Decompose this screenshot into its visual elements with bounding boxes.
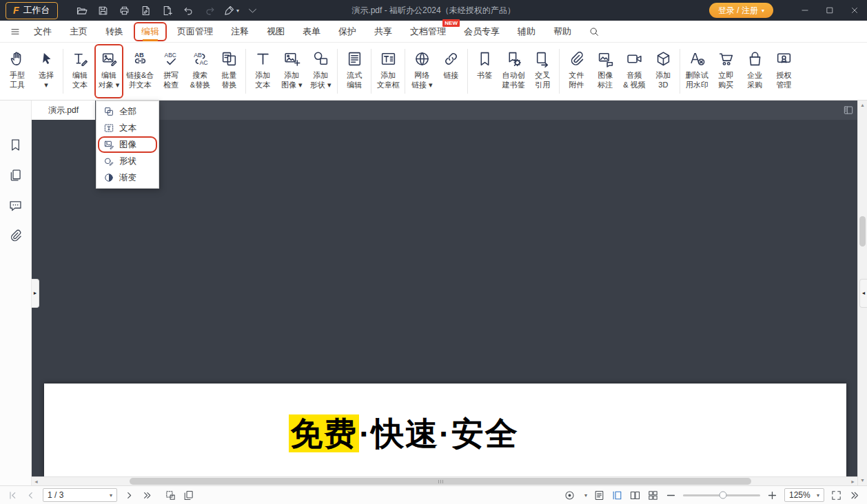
fit-screen-button[interactable]	[830, 490, 842, 501]
zoom-level-select[interactable]: 125%▾	[784, 488, 824, 502]
menu-item-page-manage[interactable]: 页面管理	[170, 22, 221, 41]
print-button[interactable]	[116, 2, 134, 19]
read-mode-button[interactable]	[593, 490, 605, 501]
ribbon-separator	[245, 49, 246, 94]
menu-item-home[interactable]: 主页	[62, 22, 95, 41]
undo-button[interactable]	[180, 2, 198, 19]
zoom-in-button[interactable]	[766, 490, 778, 501]
vertical-scroll-thumb[interactable]	[859, 216, 866, 246]
ribbon-auto-bookmark-button[interactable]: 自动创建书签	[499, 44, 528, 98]
edit-object-menu-item-gradient[interactable]: 渐变	[98, 169, 157, 186]
ribbon-flow-edit-button[interactable]: 流式编辑	[340, 44, 369, 98]
page-number-select[interactable]: 1 / 3▾	[43, 488, 117, 502]
bookmark-panel-button[interactable]	[8, 136, 24, 153]
panel-layout-button[interactable]	[843, 105, 857, 116]
scroll-down-arrow-icon[interactable]: ▼	[858, 476, 867, 485]
scroll-right-arrow-icon[interactable]: ►	[848, 477, 857, 486]
right-panel-expand-handle[interactable]: ◄	[859, 279, 867, 308]
ribbon-audio-video-button[interactable]: 音频& 视频	[620, 44, 649, 98]
export-pdf-button[interactable]	[137, 2, 155, 19]
headline-rest: ·快速·安全	[359, 415, 518, 452]
ribbon-hand-tool-button[interactable]: 手型工具	[3, 44, 32, 98]
minimize-button[interactable]	[793, 0, 817, 21]
close-button[interactable]	[842, 0, 867, 21]
ribbon-image-annotation-button[interactable]: 图像标注	[591, 44, 620, 98]
ribbon-add-shape-button[interactable]: 添加形状 ▾	[306, 44, 335, 98]
view-mode-button[interactable]	[564, 490, 575, 501]
ribbon-enterprise-purchase-button[interactable]: 企业采购	[740, 44, 769, 98]
ribbon-add-article-box-button[interactable]: 添加文章框	[374, 44, 402, 98]
search-button[interactable]	[584, 23, 604, 41]
toolbar-more-button[interactable]	[244, 2, 262, 19]
workspace-button[interactable]: F 工作台	[6, 2, 58, 19]
menu-item-help[interactable]: 帮助	[546, 22, 579, 41]
quad-pages-button[interactable]	[647, 490, 659, 501]
ribbon-cross-reference-button[interactable]: 交叉引用	[528, 44, 557, 98]
menu-item-convert[interactable]: 转换	[98, 22, 131, 41]
menu-item-share[interactable]: 共享	[367, 22, 400, 41]
menu-item-member[interactable]: 会员专享	[456, 22, 507, 41]
scroll-up-arrow-icon[interactable]: ▲	[858, 101, 867, 109]
attachments-panel-button[interactable]	[8, 227, 24, 244]
horizontal-scrollbar[interactable]: ◄ ►	[32, 476, 857, 485]
pages-panel-button[interactable]	[8, 167, 24, 183]
ribbon-file-attachment-button[interactable]: 文件附件	[562, 44, 591, 98]
left-panel-expand-handle[interactable]: ►	[32, 279, 39, 308]
sign-tool-button[interactable]: ▾	[223, 2, 241, 19]
edit-object-menu-item-text[interactable]: 文本	[98, 120, 157, 136]
ribbon-link-merge-text-button[interactable]: AB链接&合并文本	[123, 44, 156, 98]
ribbon-edit-object-button[interactable]: 编辑对象 ▾	[94, 44, 123, 98]
ribbon-select-button[interactable]: 选择▾	[32, 44, 61, 98]
ribbon-bookmark-button[interactable]: 书签	[470, 44, 499, 98]
menu-item-comment[interactable]: 注释	[223, 22, 256, 41]
last-page-button[interactable]	[141, 490, 153, 501]
menu-item-doc-manage[interactable]: 文档管理NEW	[402, 22, 453, 41]
ribbon-batch-replace-button[interactable]: 批量替换	[214, 44, 243, 98]
comments-panel-button[interactable]	[8, 197, 24, 213]
ribbon-add-text-button[interactable]: 添加文本	[248, 44, 277, 98]
facing-pages-button[interactable]	[629, 490, 641, 501]
menu-item-protect[interactable]: 保护	[331, 22, 364, 41]
ribbon-edit-text-button[interactable]: 编辑文本	[65, 44, 94, 98]
maximize-button[interactable]	[817, 0, 842, 21]
ribbon-buy-now-button[interactable]: 立即购买	[711, 44, 740, 98]
redo-button[interactable]	[201, 2, 219, 19]
hamburger-menu-button[interactable]	[6, 23, 25, 41]
ribbon-license-manage-button[interactable]: 授权管理	[769, 44, 798, 98]
edit-object-menu-item-shape[interactable]: 形状	[98, 153, 157, 169]
more-right-button[interactable]	[848, 490, 860, 501]
menu-item-file[interactable]: 文件	[26, 22, 59, 41]
horizontal-scroll-track[interactable]	[41, 477, 848, 485]
zoom-slider-thumb[interactable]	[720, 492, 727, 499]
caret-down-icon: ▾	[236, 8, 239, 14]
single-page-button[interactable]	[611, 490, 623, 501]
next-page-button[interactable]	[123, 490, 135, 501]
zoom-out-button[interactable]	[665, 490, 677, 501]
pdf-page[interactable]: 免费·快速·安全	[44, 384, 846, 476]
edit-object-menu-item-image[interactable]: 图像	[98, 136, 157, 153]
menu-item-edit[interactable]: 编辑	[134, 22, 167, 41]
horizontal-scroll-thumb[interactable]	[130, 478, 751, 485]
zoom-slider[interactable]	[683, 494, 760, 496]
menu-item-assist[interactable]: 辅助	[510, 22, 543, 41]
prev-page-button[interactable]	[25, 490, 37, 501]
open-file-button[interactable]	[73, 2, 91, 19]
snapshot-button[interactable]	[165, 490, 176, 501]
ribbon-remove-trial-watermark-button[interactable]: 删除试用水印	[682, 44, 711, 98]
first-page-button[interactable]	[7, 490, 19, 501]
ribbon-web-link-button[interactable]: 网络链接 ▾	[407, 44, 436, 98]
save-button[interactable]	[94, 2, 112, 19]
create-pdf-button[interactable]	[159, 2, 176, 19]
menu-item-form[interactable]: 表单	[295, 22, 328, 41]
document-tab[interactable]: 演示.pdf	[32, 101, 95, 120]
ribbon-link-button[interactable]: 链接	[436, 44, 465, 98]
scroll-left-arrow-icon[interactable]: ◄	[32, 477, 41, 486]
menu-item-view[interactable]: 视图	[259, 22, 292, 41]
ribbon-search-replace-button[interactable]: ABAC搜索&替换	[185, 44, 214, 98]
ribbon-spell-check-button[interactable]: ABC拼写检查	[156, 44, 185, 98]
login-button[interactable]: 登录 / 注册 ▾	[709, 3, 773, 18]
edit-object-menu-item-all[interactable]: 全部	[98, 103, 157, 120]
clipboard-button[interactable]	[183, 490, 194, 501]
ribbon-add-3d-button[interactable]: 添加3D	[649, 44, 677, 98]
ribbon-add-image-button[interactable]: 添加图像 ▾	[277, 44, 306, 98]
